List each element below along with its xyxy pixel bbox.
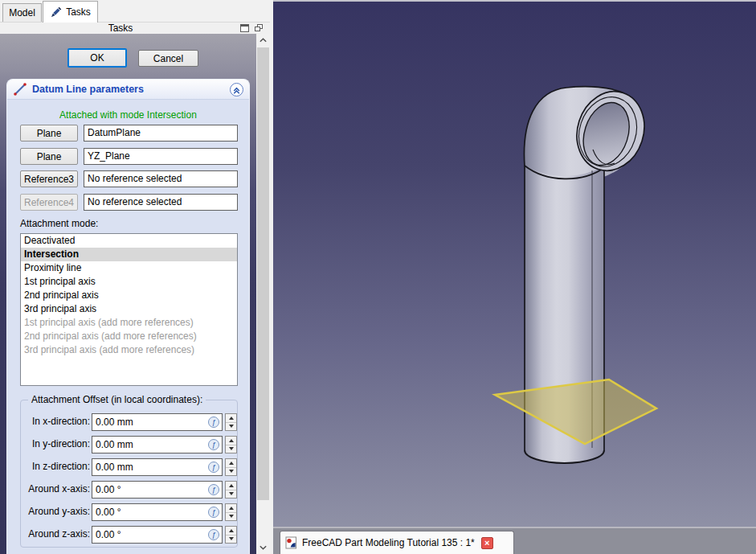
reference1-button[interactable]: Plane: [20, 125, 78, 142]
mode-item-1st-principal-axis-more: 1st principal axis (add more references): [21, 316, 237, 330]
mode-item-3rd-principal-axis-more: 3rd principal axis (add more references): [21, 343, 237, 357]
pencil-icon: [50, 6, 62, 18]
expression-icon[interactable]: ƒ: [208, 417, 219, 428]
reference2-button[interactable]: Plane: [20, 148, 78, 165]
reference1-button-label: Plane: [37, 128, 62, 139]
spin-down-icon[interactable]: [226, 512, 236, 520]
reference-row: Plane YZ_Plane: [7, 148, 249, 165]
reference-row: Plane DatumPlane: [7, 125, 249, 142]
tab-model-label: Model: [9, 7, 35, 18]
mode-item-3rd-principal-axis[interactable]: 3rd principal axis: [21, 302, 237, 316]
attachment-mode-label: Attachment mode:: [20, 218, 98, 229]
offset-z-input[interactable]: 0.00 mm ƒ: [92, 458, 223, 476]
document-tab[interactable]: FreeCAD Part Modeling Tutorial 135 : 1* …: [280, 531, 514, 554]
offset-x-label: In x-direction:: [22, 416, 90, 427]
mode-item-1st-principal-axis[interactable]: 1st principal axis: [21, 275, 237, 289]
expression-icon[interactable]: ƒ: [208, 462, 219, 473]
ok-button[interactable]: OK: [67, 48, 127, 68]
dialog-title: Datum Line parameters: [32, 84, 144, 95]
reference3-button-label: Reference3: [24, 174, 74, 185]
cancel-button-label: Cancel: [153, 53, 183, 64]
offset-x-value: 0.00 mm: [96, 417, 133, 428]
offset-z-value: 0.00 mm: [96, 462, 133, 473]
around-x-value: 0.00 °: [96, 484, 121, 495]
mode-item-2nd-principal-axis[interactable]: 2nd principal axis: [21, 289, 237, 302]
reference-row: Reference4 No reference selected: [7, 194, 249, 211]
offset-y-spinner[interactable]: [225, 436, 237, 453]
around-z-input[interactable]: 0.00 ° ƒ: [92, 526, 223, 544]
spin-down-icon[interactable]: [226, 422, 236, 430]
mode-item-intersection[interactable]: Intersection: [21, 248, 237, 261]
cancel-button[interactable]: Cancel: [138, 50, 198, 67]
tab-tasks-label: Tasks: [66, 6, 91, 18]
scroll-up-icon[interactable]: [256, 34, 270, 47]
spin-down-icon[interactable]: [226, 445, 236, 453]
reference3-field[interactable]: No reference selected: [84, 170, 238, 187]
spin-down-icon[interactable]: [226, 467, 236, 475]
attachment-offset-title: Attachment Offset (in local coordinates)…: [28, 394, 206, 405]
around-x-spinner[interactable]: [225, 481, 237, 499]
mode-item-proximity-line[interactable]: Proximity line: [21, 261, 237, 275]
reference4-button-label: Reference4: [24, 197, 74, 208]
attachment-status: Attached with mode Intersection: [7, 109, 249, 121]
offset-z-spinner[interactable]: [225, 458, 237, 476]
around-x-input[interactable]: 0.00 ° ƒ: [92, 481, 223, 499]
offset-row-y: In y-direction: 0.00 mm ƒ: [21, 436, 237, 453]
scrollbar-thumb[interactable]: [257, 47, 269, 500]
spin-down-icon[interactable]: [226, 490, 236, 498]
reference4-button: Reference4: [20, 194, 78, 211]
around-z-label: Around z-axis:: [22, 528, 90, 540]
reference2-field[interactable]: YZ_Plane: [84, 148, 238, 165]
offset-z-label: In z-direction:: [22, 461, 90, 472]
attachment-offset-group: Attachment Offset (in local coordinates)…: [20, 400, 238, 548]
close-icon[interactable]: ×: [481, 537, 493, 549]
offset-row-x: In x-direction: 0.00 mm ƒ: [21, 413, 237, 431]
offset-y-value: 0.00 mm: [96, 439, 133, 450]
reference1-field[interactable]: DatumPlane: [84, 125, 238, 142]
scroll-down-icon[interactable]: [256, 541, 270, 554]
offset-y-input[interactable]: 0.00 mm ƒ: [92, 436, 223, 453]
dialog-header: Datum Line parameters: [7, 80, 249, 100]
freecad-doc-icon: [285, 536, 297, 549]
offset-x-input[interactable]: 0.00 mm ƒ: [92, 413, 223, 431]
reference-row: Reference3 No reference selected: [7, 170, 249, 187]
dock-icon[interactable]: [240, 24, 249, 32]
offset-y-label: In y-direction:: [22, 438, 90, 449]
reference2-button-label: Plane: [37, 151, 62, 162]
float-icon[interactable]: [255, 24, 264, 32]
mode-item-deactivated[interactable]: Deactivated: [21, 234, 237, 248]
task-panel-body: OK Cancel Datum Line parameters: [0, 34, 270, 554]
tab-model[interactable]: Model: [2, 3, 42, 22]
panel-scrollbar[interactable]: [256, 34, 270, 554]
datum-plane[interactable]: [495, 380, 656, 444]
tab-tasks[interactable]: Tasks: [43, 1, 98, 23]
ok-button-label: OK: [90, 52, 104, 64]
expression-icon[interactable]: ƒ: [208, 529, 219, 540]
around-y-value: 0.00 °: [96, 507, 121, 518]
offset-row-z: In z-direction: 0.00 mm ƒ: [21, 458, 237, 476]
panel-tabbar: Model Tasks: [0, 0, 273, 23]
collapse-icon[interactable]: [230, 83, 243, 96]
task-panel: Model Tasks Tasks OK Cancel: [0, 0, 273, 554]
reference4-field[interactable]: No reference selected: [84, 194, 238, 211]
around-y-input[interactable]: 0.00 ° ƒ: [92, 503, 223, 521]
expression-icon[interactable]: ƒ: [208, 507, 219, 518]
around-x-label: Around x-axis:: [22, 483, 90, 494]
attachment-mode-list[interactable]: Deactivated Intersection Proximity line …: [20, 233, 238, 386]
around-z-value: 0.00 °: [96, 529, 121, 540]
expression-icon[interactable]: ƒ: [208, 484, 219, 495]
around-z-spinner[interactable]: [225, 526, 237, 544]
spin-down-icon[interactable]: [226, 535, 236, 543]
pipe-model[interactable]: [273, 0, 756, 554]
3d-viewport[interactable]: FreeCAD Part Modeling Tutorial 135 : 1* …: [273, 0, 756, 554]
offset-row-rz: Around z-axis: 0.00 ° ƒ: [21, 526, 237, 544]
around-y-spinner[interactable]: [225, 503, 237, 521]
expression-icon[interactable]: ƒ: [208, 439, 219, 450]
panel-title: Tasks: [0, 23, 241, 34]
offset-x-spinner[interactable]: [225, 413, 237, 431]
datum-line-dialog: Datum Line parameters Attached with mode…: [6, 79, 250, 554]
offset-row-ry: Around y-axis: 0.00 ° ƒ: [21, 503, 237, 521]
reference3-button[interactable]: Reference3: [20, 170, 78, 187]
panel-titlebar: Tasks: [0, 23, 273, 34]
mode-item-2nd-principal-axis-more: 2nd principal axis (add more references): [21, 330, 237, 343]
